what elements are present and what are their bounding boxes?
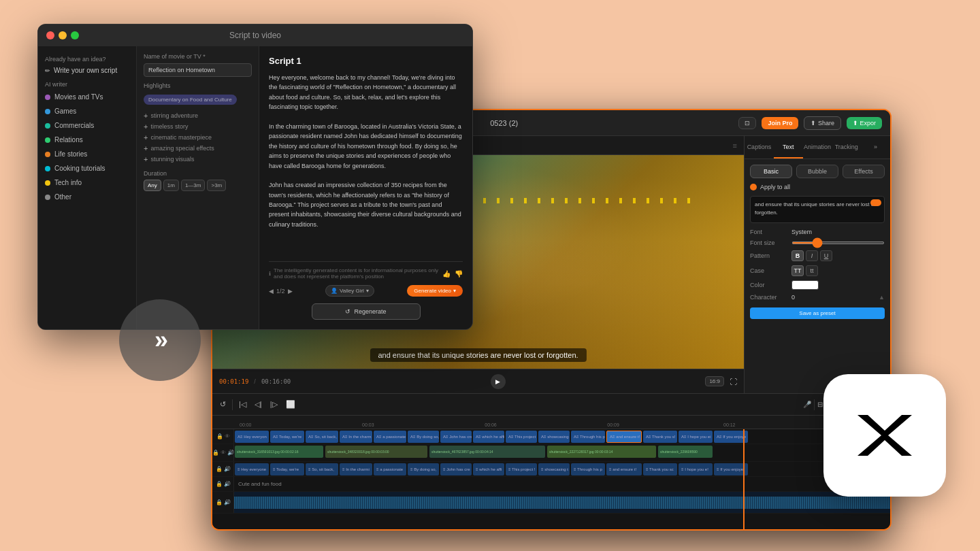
trim-left-button[interactable]: ◁|	[252, 400, 264, 409]
audio-icon-4[interactable]: 🔊	[224, 481, 231, 487]
dur-any[interactable]: Any	[144, 180, 161, 191]
audio-icon-5[interactable]: 🔊	[224, 499, 231, 505]
mic-button[interactable]: 🎤	[803, 401, 811, 408]
media-chip-4[interactable]: shutterstock_2227128317.jpg 00:00:03:14	[547, 446, 656, 458]
audio-icon-3[interactable]: 🔊	[224, 466, 231, 472]
eye-icon-2[interactable]: 👁	[220, 450, 226, 456]
caption-chip-8[interactable]: A≡ which he affi	[473, 431, 504, 443]
caption-chip-1[interactable]: A≡ Hey everyon	[235, 431, 269, 443]
sidebar-item-games[interactable]: Games	[38, 104, 136, 118]
style-effects[interactable]: Effects	[843, 165, 885, 178]
thumbs-down-icon[interactable]: 👎	[455, 270, 463, 278]
cap2-chip-11[interactable]: ≡ Through his p	[571, 463, 605, 475]
player-menu-icon[interactable]: ≡	[733, 141, 737, 150]
cap2-chip-3[interactable]: ≡ So, sit back,	[306, 463, 338, 475]
regenerate-button[interactable]: ↺ Regenerate	[312, 303, 421, 320]
caption-chip-13[interactable]: A≡ Thank you s!	[643, 431, 677, 443]
uppercase-button[interactable]: TT	[791, 265, 804, 276]
highlight-add-1[interactable]: + stirring adventure	[144, 110, 252, 121]
close-button[interactable]	[46, 31, 54, 39]
tab-tracking[interactable]: Tracking	[832, 136, 861, 158]
minimize-button[interactable]	[59, 31, 67, 39]
write-own-script[interactable]: ✏ Write your own script	[38, 64, 136, 77]
audio-icon-2[interactable]: 🔊	[227, 450, 234, 456]
thumbs-up-icon[interactable]: 👍	[442, 270, 451, 278]
caption-chip-4[interactable]: A≡ In the charm	[340, 431, 372, 443]
caption-chip-6[interactable]: A≡ By doing so,	[408, 431, 439, 443]
caption-chip-5[interactable]: A≡ a passionate	[374, 431, 406, 443]
char-stepper-up[interactable]: ▲	[879, 294, 885, 301]
tab-text[interactable]: Text	[774, 136, 803, 158]
tl-tool-1[interactable]: ⊟	[817, 401, 823, 408]
cap2-chip-6[interactable]: ≡ By doing so,	[408, 463, 439, 475]
aspect-ratio-button[interactable]: 16:9	[705, 376, 724, 386]
font-size-slider[interactable]	[791, 241, 885, 244]
save-preset-button[interactable]: Save as preset	[750, 307, 885, 319]
cap2-chip-14[interactable]: ≡ I hope you e!	[679, 463, 713, 475]
maximize-button[interactable]	[71, 31, 79, 39]
highlight-add-2[interactable]: + timeless story	[144, 121, 252, 132]
bold-button[interactable]: B	[791, 250, 804, 261]
join-pro-button[interactable]: Join Pro	[762, 117, 798, 129]
cap2-chip-13[interactable]: ≡ Thank you sc	[643, 463, 677, 475]
cap2-chip-15[interactable]: ≡ If you enjoye	[714, 463, 748, 475]
sidebar-item-cooking[interactable]: Cooking tutorials	[38, 161, 136, 176]
highlight-add-5[interactable]: + stunning visuals	[144, 154, 252, 165]
sidebar-item-movies[interactable]: Movies and TVs	[38, 90, 136, 104]
media-chip-3[interactable]: shutterstock_467823857.jpg 00:00:04:14	[429, 446, 545, 458]
tab-captions[interactable]: Captions	[745, 136, 774, 158]
lock-icon-1[interactable]: 🔒	[216, 433, 223, 439]
export-button[interactable]: ⬆ Expor	[847, 117, 882, 129]
highlight-add-3[interactable]: + cinematic masterpiece	[144, 132, 252, 143]
underline-button[interactable]: U	[820, 250, 832, 261]
square-icon-btn[interactable]: ⊡	[738, 117, 756, 129]
cap2-chip-4[interactable]: ≡ In the charmi	[340, 463, 372, 475]
tab-expand[interactable]: »	[861, 136, 890, 158]
dur-1m[interactable]: 1m	[163, 180, 179, 191]
play-button[interactable]: ▶	[491, 374, 506, 389]
color-swatch[interactable]	[791, 280, 819, 290]
split-button[interactable]: |◁	[237, 400, 248, 409]
style-basic[interactable]: Basic	[750, 165, 792, 178]
next-arrow[interactable]: ▶	[288, 288, 293, 295]
caption-chip-7[interactable]: A≡ John has cre	[440, 431, 472, 443]
caption-chip-2[interactable]: A≡ Today, we're	[270, 431, 304, 443]
media-chip-5[interactable]: shutterstock_229608590	[658, 446, 713, 458]
voice-select[interactable]: 👤 Valley Girl ▾	[325, 285, 374, 297]
sidebar-item-tech[interactable]: Tech info	[38, 176, 136, 190]
share-button[interactable]: ⬆ Share	[804, 116, 841, 130]
cap2-chip-5[interactable]: ≡ a passionate	[374, 463, 406, 475]
dur-1-3m[interactable]: 1—3m	[181, 180, 206, 191]
sidebar-item-other[interactable]: Other	[38, 190, 136, 204]
caption-chip-10[interactable]: A≡ showcasing I	[538, 431, 570, 443]
cap2-chip-8[interactable]: ≡ which he affi	[473, 463, 504, 475]
eye-icon-1[interactable]: 👁	[225, 433, 230, 439]
movie-name-input[interactable]	[144, 63, 252, 77]
lowercase-button[interactable]: tt	[806, 265, 818, 276]
trim-right-button[interactable]: |▷	[268, 400, 280, 409]
caption-chip-9[interactable]: A≡ This project	[506, 431, 537, 443]
media-chip-1[interactable]: shutterstock_316591013.jpg 00:00:02:16	[235, 446, 323, 458]
caption-chip-3[interactable]: A≡ So, sit back,	[306, 431, 338, 443]
delete-button[interactable]: ⬜	[284, 400, 297, 409]
style-bubble[interactable]: Bubble	[796, 165, 838, 178]
toggle-switch[interactable]	[870, 199, 881, 206]
sidebar-item-commercials[interactable]: Commercials	[38, 118, 136, 133]
undo-button[interactable]: ↺	[218, 400, 228, 409]
italic-button[interactable]: I	[806, 250, 818, 261]
tab-animation[interactable]: Animation	[803, 136, 832, 158]
caption-chip-11[interactable]: A≡ Through his p	[571, 431, 605, 443]
lock-icon-2[interactable]: 🔒	[212, 450, 219, 456]
cap2-chip-7[interactable]: ≡ John has cre	[440, 463, 472, 475]
lock-icon-3[interactable]: 🔒	[216, 466, 223, 472]
generate-video-button[interactable]: Generate video ▾	[407, 285, 463, 297]
dur-3m[interactable]: >3m	[207, 180, 226, 191]
media-chip-2[interactable]: shutterstock_348320018.jpg 00:00:03:00	[325, 446, 427, 458]
cap2-chip-10[interactable]: ≡ showcasing t	[538, 463, 570, 475]
caption-chip-15[interactable]: A≡ If you enjoye	[714, 431, 748, 443]
highlight-add-4[interactable]: + amazing special effects	[144, 143, 252, 154]
cap2-chip-2[interactable]: ≡ Today, we're	[270, 463, 304, 475]
cap2-chip-12[interactable]: ≡ and ensure t!	[606, 463, 642, 475]
caption-chip-14[interactable]: A≡ I hope you ei	[679, 431, 713, 443]
caption-chip-12[interactable]: A≡ and ensure t!	[606, 431, 642, 443]
